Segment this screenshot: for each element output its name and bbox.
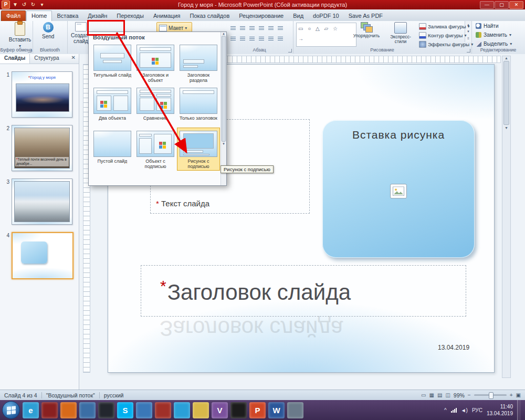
replace-button[interactable]: Заменить▾ bbox=[476, 32, 511, 38]
slide-sorter-view-icon[interactable]: ▦ bbox=[429, 392, 434, 398]
columns-icon[interactable] bbox=[267, 35, 275, 43]
layout-option-section-header[interactable]: Заголовок раздела bbox=[177, 41, 220, 85]
smartart-icon[interactable] bbox=[276, 35, 285, 43]
picture-placeholder-title: Вставка рисунка bbox=[322, 129, 475, 141]
shape-outline-button[interactable]: Контур фигуры▾ bbox=[419, 32, 466, 39]
zoom-slider-thumb[interactable] bbox=[489, 392, 494, 399]
slideshow-view-icon[interactable]: ◫ bbox=[445, 392, 450, 398]
taskbar-folder-icon[interactable] bbox=[193, 402, 209, 418]
align-center-icon[interactable] bbox=[238, 35, 247, 43]
language-indicator[interactable]: русский bbox=[104, 392, 124, 398]
taskbar-app-steel-icon[interactable] bbox=[79, 402, 96, 418]
scrollbar-thumb[interactable] bbox=[503, 61, 509, 125]
align-left-icon[interactable] bbox=[229, 35, 237, 43]
slide-2-preview: *Теплый почти весенний день в декабре... bbox=[12, 125, 72, 171]
tab-home[interactable]: Home bbox=[26, 10, 52, 21]
tab-view[interactable]: Вид bbox=[288, 11, 308, 21]
taskbar-app-black-icon[interactable] bbox=[230, 402, 247, 418]
minimize-button[interactable]: — bbox=[480, 1, 494, 9]
taskbar-app-maroon-icon[interactable] bbox=[41, 402, 58, 418]
taskbar-app-gray-icon[interactable] bbox=[287, 402, 303, 418]
dropdown-scroll-up-icon[interactable]: ▲ bbox=[222, 32, 225, 35]
text-direction-icon[interactable] bbox=[276, 24, 285, 33]
scroll-up-icon[interactable]: ▲ bbox=[505, 56, 508, 60]
tab-slides-thumbnails[interactable]: Слайды bbox=[0, 54, 30, 64]
start-button[interactable] bbox=[2, 401, 20, 419]
layout-option-title-and-content[interactable]: Заголовок и объект bbox=[134, 41, 177, 85]
layout-option-content-with-caption[interactable]: Объект с подписью bbox=[134, 128, 177, 171]
taskbar-app-red-icon[interactable] bbox=[155, 402, 171, 418]
taskbar-media-player-icon[interactable] bbox=[60, 402, 77, 418]
network-icon[interactable] bbox=[451, 408, 457, 413]
clipboard-dialog-launcher-icon[interactable] bbox=[28, 49, 32, 52]
numbering-icon[interactable] bbox=[238, 24, 247, 33]
scroll-down-icon[interactable]: ▼ bbox=[505, 126, 508, 130]
justify-icon[interactable] bbox=[257, 35, 266, 43]
zoom-slider[interactable] bbox=[474, 394, 507, 396]
indent-decrease-icon[interactable] bbox=[248, 24, 256, 33]
slide-thumbnail-4[interactable]: 4 bbox=[3, 232, 77, 279]
slide-thumbnail-1[interactable]: 1 *Город у моря bbox=[3, 71, 77, 118]
taskbar-powerpoint-icon[interactable]: P bbox=[249, 402, 266, 418]
layout-option-picture-with-caption[interactable]: Рисунок с подписью bbox=[177, 128, 220, 171]
taskbar-app-dark-icon[interactable] bbox=[98, 402, 114, 418]
close-button[interactable]: ✕ bbox=[509, 1, 523, 9]
panel-close-icon[interactable]: ✕ bbox=[68, 54, 79, 64]
zoom-out-icon[interactable]: − bbox=[468, 392, 471, 398]
layout-dropdown-menu: Воздушный поток Титульный слайд Заголово… bbox=[88, 32, 227, 186]
align-right-icon[interactable] bbox=[248, 35, 256, 43]
select-button[interactable]: Выделить▾ bbox=[476, 41, 512, 47]
taskbar-cube-icon[interactable] bbox=[136, 402, 152, 418]
show-desktop-button[interactable] bbox=[517, 400, 521, 420]
shape-fill-button[interactable]: Заливка фигуры▾ bbox=[419, 23, 470, 30]
layout-option-title-slide[interactable]: Титульный слайд bbox=[91, 41, 134, 85]
layout-option-title-only[interactable]: Только заголовок bbox=[177, 85, 220, 128]
tab-animations[interactable]: Анимация bbox=[149, 11, 185, 21]
volume-icon[interactable]: ◄) bbox=[461, 407, 468, 413]
tray-expand-icon[interactable]: ^ bbox=[444, 407, 447, 413]
taskbar-ie-icon[interactable]: e bbox=[23, 402, 39, 418]
paste-button[interactable]: Вставить ▾ bbox=[7, 22, 33, 49]
layout-option-blank[interactable]: Пустой слайд bbox=[91, 128, 134, 171]
shapes-gallery[interactable]: ▭ ○ △ ▱ ☆ → bbox=[296, 23, 356, 47]
vertical-scrollbar[interactable]: ▲ ▼ bbox=[502, 56, 511, 378]
tab-saveaspdf[interactable]: Save As PDF bbox=[344, 11, 387, 21]
picture-placeholder-box[interactable]: Вставка рисунка bbox=[322, 120, 475, 258]
maximize-button[interactable]: ▢ bbox=[495, 1, 509, 9]
tab-slideshow[interactable]: Показ слайдов bbox=[185, 11, 235, 21]
fit-to-window-icon[interactable]: ▣ bbox=[516, 392, 521, 398]
tab-review[interactable]: Рецензирование bbox=[234, 11, 288, 21]
slide-date[interactable]: 13.04.2019 bbox=[438, 344, 469, 351]
drawing-dialog-launcher-icon[interactable] bbox=[467, 49, 470, 52]
reading-view-icon[interactable]: ▤ bbox=[437, 392, 442, 398]
arrange-button[interactable]: Упорядочить bbox=[351, 22, 382, 38]
language-tray[interactable]: РУС bbox=[472, 407, 482, 413]
dropdown-scroll-down-icon[interactable]: ▼ bbox=[222, 142, 225, 145]
taskbar-telegram-icon[interactable] bbox=[174, 402, 190, 418]
tray-clock[interactable]: 11:40 13.04.2019 bbox=[487, 403, 513, 417]
insert-picture-icon[interactable] bbox=[390, 184, 407, 198]
taskbar-skype-icon[interactable]: S bbox=[117, 402, 133, 418]
quick-styles-button[interactable]: Экспресс-стили bbox=[384, 22, 417, 44]
tab-insert[interactable]: Вставка bbox=[52, 11, 83, 21]
slide-3-photo bbox=[14, 181, 70, 222]
paragraph-dialog-launcher-icon[interactable] bbox=[288, 49, 292, 52]
zoom-in-icon[interactable]: + bbox=[510, 392, 513, 398]
indent-increase-icon[interactable] bbox=[257, 24, 266, 33]
layout-option-two-content[interactable]: Два объекта bbox=[91, 85, 134, 128]
line-spacing-icon[interactable] bbox=[267, 24, 275, 33]
normal-view-icon[interactable]: ▭ bbox=[421, 392, 426, 398]
bullets-icon[interactable] bbox=[229, 24, 237, 33]
find-button[interactable]: Найти bbox=[476, 23, 499, 29]
slide-thumbnail-2[interactable]: 2 *Теплый почти весенний день в декабре.… bbox=[3, 125, 77, 171]
tab-file[interactable]: Файл bbox=[1, 10, 26, 21]
taskbar-word-icon[interactable]: W bbox=[268, 402, 285, 418]
layout-option-comparison[interactable]: Сравнение bbox=[134, 85, 177, 128]
taskbar-viber-icon[interactable]: V bbox=[212, 402, 228, 418]
title-placeholder[interactable]: *Заголовок слайда bbox=[141, 265, 466, 317]
send-button[interactable]: B Send bbox=[42, 22, 54, 39]
dropdown-scrollbar[interactable]: ▲ ▼ bbox=[220, 32, 226, 185]
tab-dopdf[interactable]: doPDF 10 bbox=[308, 11, 344, 21]
slide-thumbnail-3[interactable]: 3 bbox=[3, 178, 77, 225]
tab-outline[interactable]: Структура bbox=[30, 54, 63, 64]
